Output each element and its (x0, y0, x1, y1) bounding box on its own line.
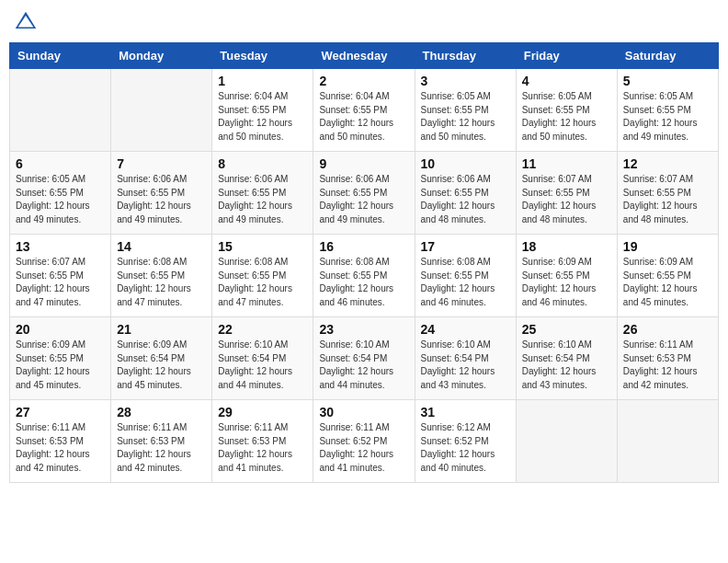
calendar-cell: 23Sunrise: 6:10 AM Sunset: 6:54 PM Dayli… (313, 317, 415, 400)
weekday-header-wednesday: Wednesday (313, 43, 415, 69)
day-info: Sunrise: 6:05 AM Sunset: 6:55 PM Dayligh… (623, 90, 712, 144)
day-info: Sunrise: 6:07 AM Sunset: 6:55 PM Dayligh… (522, 173, 611, 226)
day-info: Sunrise: 6:07 AM Sunset: 6:55 PM Dayligh… (623, 173, 712, 226)
calendar-table: SundayMondayTuesdayWednesdayThursdayFrid… (9, 42, 719, 483)
day-info: Sunrise: 6:11 AM Sunset: 6:53 PM Dayligh… (218, 421, 307, 475)
weekday-header-friday: Friday (516, 43, 617, 69)
calendar-cell: 1Sunrise: 6:04 AM Sunset: 6:55 PM Daylig… (212, 69, 313, 152)
day-info: Sunrise: 6:05 AM Sunset: 6:55 PM Dayligh… (522, 90, 611, 144)
day-info: Sunrise: 6:10 AM Sunset: 6:54 PM Dayligh… (218, 339, 307, 392)
day-info: Sunrise: 6:08 AM Sunset: 6:55 PM Dayligh… (421, 256, 510, 309)
day-number: 25 (522, 322, 611, 337)
day-number: 15 (218, 239, 307, 254)
day-number: 1 (218, 74, 307, 88)
day-number: 2 (319, 74, 408, 88)
day-info: Sunrise: 6:06 AM Sunset: 6:55 PM Dayligh… (218, 173, 307, 226)
day-number: 19 (623, 239, 712, 254)
weekday-header-monday: Monday (111, 43, 212, 69)
calendar-cell: 16Sunrise: 6:08 AM Sunset: 6:55 PM Dayli… (313, 235, 415, 317)
day-number: 27 (16, 405, 105, 419)
day-info: Sunrise: 6:08 AM Sunset: 6:55 PM Dayligh… (319, 256, 408, 309)
day-number: 20 (16, 322, 105, 337)
calendar-week-row: 20Sunrise: 6:09 AM Sunset: 6:55 PM Dayli… (10, 317, 719, 400)
day-number: 22 (218, 322, 307, 337)
day-number: 13 (16, 239, 105, 254)
calendar-cell: 19Sunrise: 6:09 AM Sunset: 6:55 PM Dayli… (617, 235, 718, 317)
day-info: Sunrise: 6:09 AM Sunset: 6:55 PM Dayligh… (623, 256, 712, 309)
calendar-cell: 8Sunrise: 6:06 AM Sunset: 6:55 PM Daylig… (212, 152, 313, 235)
day-info: Sunrise: 6:10 AM Sunset: 6:54 PM Dayligh… (522, 339, 611, 392)
calendar-cell: 20Sunrise: 6:09 AM Sunset: 6:55 PM Dayli… (10, 317, 111, 400)
day-number: 23 (319, 322, 408, 337)
calendar-cell: 14Sunrise: 6:08 AM Sunset: 6:55 PM Dayli… (111, 235, 212, 317)
day-number: 7 (117, 156, 206, 171)
calendar-cell: 13Sunrise: 6:07 AM Sunset: 6:55 PM Dayli… (10, 235, 111, 317)
calendar-cell: 12Sunrise: 6:07 AM Sunset: 6:55 PM Dayli… (617, 152, 718, 235)
calendar-cell: 7Sunrise: 6:06 AM Sunset: 6:55 PM Daylig… (111, 152, 212, 235)
day-info: Sunrise: 6:07 AM Sunset: 6:55 PM Dayligh… (16, 256, 105, 309)
day-number: 14 (117, 239, 206, 254)
day-number: 16 (319, 239, 408, 254)
day-number: 18 (522, 239, 611, 254)
day-number: 21 (117, 322, 206, 337)
day-info: Sunrise: 6:05 AM Sunset: 6:55 PM Dayligh… (16, 173, 105, 226)
day-number: 17 (421, 239, 510, 254)
calendar-week-row: 1Sunrise: 6:04 AM Sunset: 6:55 PM Daylig… (10, 69, 719, 152)
day-number: 9 (319, 156, 408, 171)
calendar-cell: 24Sunrise: 6:10 AM Sunset: 6:54 PM Dayli… (415, 317, 516, 400)
day-info: Sunrise: 6:11 AM Sunset: 6:53 PM Dayligh… (623, 339, 712, 392)
day-info: Sunrise: 6:09 AM Sunset: 6:55 PM Dayligh… (16, 339, 105, 392)
day-info: Sunrise: 6:08 AM Sunset: 6:55 PM Dayligh… (117, 256, 206, 309)
day-info: Sunrise: 6:06 AM Sunset: 6:55 PM Dayligh… (117, 173, 206, 226)
calendar-cell: 5Sunrise: 6:05 AM Sunset: 6:55 PM Daylig… (617, 69, 718, 152)
calendar-cell: 17Sunrise: 6:08 AM Sunset: 6:55 PM Dayli… (415, 235, 516, 317)
day-info: Sunrise: 6:11 AM Sunset: 6:53 PM Dayligh… (16, 421, 105, 475)
calendar-week-row: 6Sunrise: 6:05 AM Sunset: 6:55 PM Daylig… (10, 152, 719, 235)
day-info: Sunrise: 6:12 AM Sunset: 6:52 PM Dayligh… (421, 421, 510, 475)
calendar-cell: 26Sunrise: 6:11 AM Sunset: 6:53 PM Dayli… (617, 317, 718, 400)
day-info: Sunrise: 6:04 AM Sunset: 6:55 PM Dayligh… (319, 90, 408, 144)
day-info: Sunrise: 6:08 AM Sunset: 6:55 PM Dayligh… (218, 256, 307, 309)
day-number: 10 (421, 156, 510, 171)
calendar-cell (111, 69, 212, 152)
calendar-cell: 30Sunrise: 6:11 AM Sunset: 6:52 PM Dayli… (313, 400, 415, 483)
day-number: 3 (421, 74, 510, 88)
day-info: Sunrise: 6:06 AM Sunset: 6:55 PM Dayligh… (421, 173, 510, 226)
weekday-header-thursday: Thursday (415, 43, 516, 69)
day-info: Sunrise: 6:09 AM Sunset: 6:54 PM Dayligh… (117, 339, 206, 392)
calendar-cell: 11Sunrise: 6:07 AM Sunset: 6:55 PM Dayli… (516, 152, 617, 235)
calendar-cell (10, 69, 111, 152)
calendar-cell: 22Sunrise: 6:10 AM Sunset: 6:54 PM Dayli… (212, 317, 313, 400)
day-number: 26 (623, 322, 712, 337)
day-number: 8 (218, 156, 307, 171)
calendar-cell (516, 400, 617, 483)
logo (13, 9, 42, 35)
calendar-cell: 29Sunrise: 6:11 AM Sunset: 6:53 PM Dayli… (212, 400, 313, 483)
calendar-cell: 3Sunrise: 6:05 AM Sunset: 6:55 PM Daylig… (415, 69, 516, 152)
calendar-cell: 10Sunrise: 6:06 AM Sunset: 6:55 PM Dayli… (415, 152, 516, 235)
calendar-cell: 27Sunrise: 6:11 AM Sunset: 6:53 PM Dayli… (10, 400, 111, 483)
day-info: Sunrise: 6:10 AM Sunset: 6:54 PM Dayligh… (421, 339, 510, 392)
day-info: Sunrise: 6:10 AM Sunset: 6:54 PM Dayligh… (319, 339, 408, 392)
weekday-header-sunday: Sunday (10, 43, 111, 69)
calendar-cell: 2Sunrise: 6:04 AM Sunset: 6:55 PM Daylig… (313, 69, 415, 152)
day-number: 24 (421, 322, 510, 337)
calendar-cell: 21Sunrise: 6:09 AM Sunset: 6:54 PM Dayli… (111, 317, 212, 400)
calendar-cell: 31Sunrise: 6:12 AM Sunset: 6:52 PM Dayli… (415, 400, 516, 483)
day-info: Sunrise: 6:09 AM Sunset: 6:55 PM Dayligh… (522, 256, 611, 309)
calendar-cell: 6Sunrise: 6:05 AM Sunset: 6:55 PM Daylig… (10, 152, 111, 235)
calendar-cell: 18Sunrise: 6:09 AM Sunset: 6:55 PM Dayli… (516, 235, 617, 317)
day-info: Sunrise: 6:11 AM Sunset: 6:52 PM Dayligh… (319, 421, 408, 475)
calendar-cell (617, 400, 718, 483)
calendar-cell: 28Sunrise: 6:11 AM Sunset: 6:53 PM Dayli… (111, 400, 212, 483)
calendar-cell: 9Sunrise: 6:06 AM Sunset: 6:55 PM Daylig… (313, 152, 415, 235)
day-number: 29 (218, 405, 307, 419)
weekday-header-row: SundayMondayTuesdayWednesdayThursdayFrid… (10, 43, 719, 69)
calendar-cell: 4Sunrise: 6:05 AM Sunset: 6:55 PM Daylig… (516, 69, 617, 152)
page-header (9, 9, 719, 35)
day-number: 5 (623, 74, 712, 88)
day-info: Sunrise: 6:04 AM Sunset: 6:55 PM Dayligh… (218, 90, 307, 144)
calendar-week-row: 13Sunrise: 6:07 AM Sunset: 6:55 PM Dayli… (10, 235, 719, 317)
calendar-week-row: 27Sunrise: 6:11 AM Sunset: 6:53 PM Dayli… (10, 400, 719, 483)
day-number: 28 (117, 405, 206, 419)
